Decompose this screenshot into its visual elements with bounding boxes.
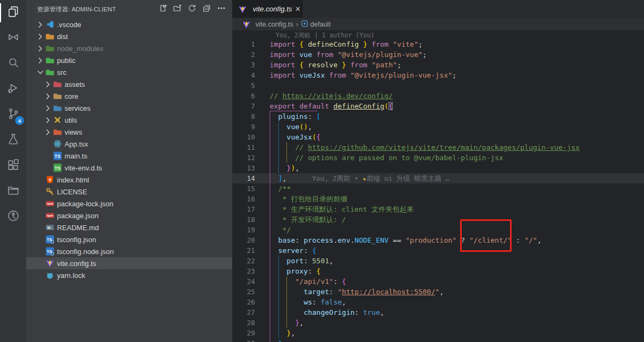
tree-item-vite-env.d.ts[interactable]: TSvite-env.d.ts (26, 162, 232, 174)
activity-extensions[interactable] (0, 153, 26, 179)
tree-item-services[interactable]: services (26, 102, 232, 114)
code-line-13[interactable]: 13 }), (232, 163, 644, 173)
activity-git-history[interactable] (0, 204, 26, 230)
close-icon[interactable]: × (295, 5, 300, 14)
code-line-14[interactable]: 14 ],You, 2周前 • ★前端 ui 升级 暗黑主题 … (232, 173, 644, 183)
refresh-button[interactable] (187, 4, 197, 15)
indent-guide (278, 122, 279, 173)
folder-icon (53, 80, 62, 88)
code-line-16[interactable]: 16 * 打包给目录的前缀 (232, 194, 644, 204)
code-editor[interactable]: You, 2周前 | 1 author (You) 1import { defi… (232, 30, 644, 342)
activity-testing[interactable] (0, 128, 26, 153)
tree-item-vite.config.ts[interactable]: vite.config.ts (26, 257, 232, 269)
activity-source-control[interactable]: 4 (0, 102, 26, 128)
breadcrumb-file-label: vite.config.ts (256, 21, 293, 28)
tree-item-core[interactable]: core (26, 90, 232, 102)
tree-item-utils[interactable]: utils (26, 114, 232, 126)
code-line-20[interactable]: 20 base: process.env.NODE_ENV == "produc… (232, 235, 644, 245)
chevron-right-icon (36, 20, 44, 29)
line-number: 26 (232, 297, 255, 307)
tree-item-label: README.md (57, 224, 99, 232)
line-number: 13 (232, 163, 255, 173)
chevron-right-icon (43, 92, 52, 100)
code-line-2[interactable]: 2import vue from "@vitejs/plugin-vue"; (232, 49, 644, 60)
code-line-3[interactable]: 3import { resolve } from "path"; (232, 60, 644, 70)
code-line-4[interactable]: 4import vueJsx from "@vitejs/plugin-vue-… (232, 70, 644, 80)
sparkle-icon: ★ (362, 174, 367, 182)
tree-item-tsconfig.node.json[interactable]: TStsconfig.node.json (26, 245, 232, 257)
line-number: 14 (232, 173, 255, 183)
tree-item-assets[interactable]: assets (26, 78, 232, 90)
code-line-21[interactable]: 21 server: { (232, 245, 644, 256)
tree-item-tsconfig.json[interactable]: TStsconfig.json (26, 233, 232, 245)
activity-project-manager[interactable] (0, 179, 26, 204)
folder-icon (46, 68, 54, 77)
code-text: import vue from "@vitejs/plugin-vue"; (270, 49, 427, 60)
code-line-19[interactable]: 19 */ (232, 225, 644, 235)
line-number: 2 (232, 49, 255, 60)
line-number: 27 (232, 307, 255, 318)
code-text: // https://vitejs.dev/config/ (270, 91, 393, 101)
code-line-22[interactable]: 22 port: 5501, (232, 256, 644, 266)
vite-icon (46, 259, 54, 268)
tree-item-LICENSE[interactable]: LICENSE (26, 186, 232, 198)
gitlens-authors-lens[interactable]: You, 2周前 | 1 author (You) (276, 30, 374, 39)
code-line-23[interactable]: 23 proxy: { (232, 266, 644, 276)
indent-guide (278, 256, 279, 338)
activity-search[interactable] (0, 51, 26, 77)
tree-item-package-lock.json[interactable]: npmpackage-lock.json (26, 198, 232, 210)
code-line-12[interactable]: 12 // options are passed on to @vue/babe… (232, 153, 644, 163)
tree-item-public[interactable]: public (26, 54, 232, 66)
code-line-29[interactable]: 29 }, (232, 328, 644, 338)
more-actions-button[interactable] (216, 4, 227, 15)
code-line-25[interactable]: 25 target: "http://localhost:5500/", (232, 287, 644, 297)
tree-item-node-modules[interactable]: node_modules (26, 42, 232, 54)
collapse-all-button[interactable] (201, 4, 212, 15)
code-line-26[interactable]: 26 ws: false, (232, 297, 644, 307)
tree-item-views[interactable]: views (26, 126, 232, 138)
ellipsis-icon (217, 4, 226, 15)
activity-run-debug[interactable] (0, 77, 26, 102)
line-number: 16 (232, 194, 255, 204)
tree-item-dist[interactable]: dist (26, 30, 232, 42)
chevron-right-icon (43, 128, 52, 136)
code-text: /** (270, 183, 291, 194)
code-line-1[interactable]: 1import { defineConfig } from "vite"; (232, 39, 644, 49)
code-line-24[interactable]: 24 "/api/v1": { (232, 276, 644, 287)
tree-item-label: .vscode (57, 21, 81, 29)
tree-item-main.ts[interactable]: TSmain.ts (26, 150, 232, 162)
code-line-7[interactable]: 7export default defineConfig({ (232, 101, 644, 111)
code-line-10[interactable]: 10 vueJsx({ (232, 132, 644, 142)
tree-item-App.tsx[interactable]: App.tsx (26, 138, 232, 150)
code-line-15[interactable]: 15 /** (232, 183, 644, 194)
code-line-8[interactable]: 8 plugins: [ (232, 111, 644, 122)
code-line-17[interactable]: 17 * 生产环境默认: client 文件夹包起来 (232, 204, 644, 214)
tree-item-.vscode[interactable]: .vscode (26, 18, 232, 30)
tree-item-package.json[interactable]: npmpackage.json (26, 210, 232, 221)
code-line-11[interactable]: 11 // https://github.com/vitejs/vite/tre… (232, 142, 644, 153)
activity-vs-project[interactable] (0, 26, 26, 51)
line-number: 4 (232, 70, 255, 80)
code-line-30[interactable]: 30 }, (232, 338, 644, 342)
code-line-18[interactable]: 18 * 开发环境默认: / (232, 214, 644, 225)
tab-vite-config[interactable]: vite.config.ts × (232, 0, 303, 18)
new-file-button[interactable] (157, 4, 168, 15)
line-number: 22 (232, 256, 255, 266)
tree-item-index.html[interactable]: 5index.html (26, 174, 232, 186)
breadcrumb-symbol[interactable]: default (301, 20, 331, 29)
code-line-5[interactable]: 5 (232, 80, 644, 91)
tree-item-src[interactable]: src (26, 66, 232, 78)
file-tree: .vscodedistnode_modulespublicsrcassetsco… (26, 18, 232, 281)
collapse-all-icon (202, 4, 211, 15)
tree-item-README.md[interactable]: M↓README.md (26, 221, 232, 233)
tree-item-yarn.lock[interactable]: yarn.lock (26, 269, 232, 281)
code-line-6[interactable]: 6// https://vitejs.dev/config/ (232, 91, 644, 101)
code-line-28[interactable]: 28 }, (232, 318, 644, 328)
code-line-27[interactable]: 27 changeOrigin: true, (232, 307, 644, 318)
activity-explorer[interactable] (0, 0, 26, 26)
new-folder-button[interactable] (172, 4, 183, 15)
breadcrumb-file[interactable]: vite.config.ts (241, 20, 293, 29)
debug-icon (7, 81, 20, 97)
code-line-9[interactable]: 9 vue(), (232, 122, 644, 132)
tree-item-label: public (57, 56, 75, 65)
